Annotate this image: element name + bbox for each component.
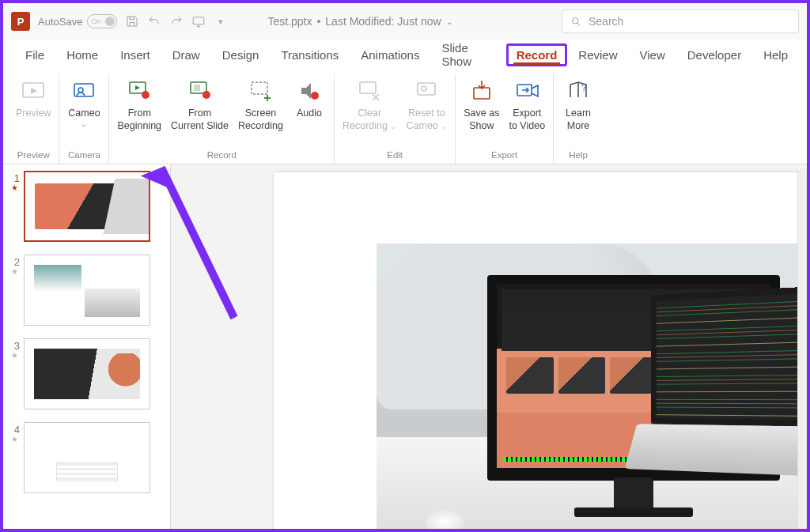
animation-star-icon: ★ (11, 353, 18, 358)
record-from-beginning-button[interactable]: From Beginning (112, 74, 166, 132)
tab-file[interactable]: File (14, 43, 55, 66)
slide-thumbnail-2[interactable] (24, 255, 150, 326)
export-to-video-button[interactable]: Export to Video (504, 74, 550, 132)
audio-button[interactable]: Audio (288, 74, 331, 120)
workspace: 1 ★ 2 ★ 3 ★ 4 ★ (3, 164, 807, 529)
save-as-show-icon (468, 77, 495, 104)
search-icon (570, 16, 582, 28)
qat-overflow-icon[interactable]: ▾ (214, 14, 228, 28)
thumbnail-row[interactable]: 4 ★ (5, 422, 168, 493)
group-record: From Beginning From Current Slide Screen… (109, 74, 335, 164)
tab-animations[interactable]: Animations (350, 43, 430, 66)
svg-point-7 (142, 91, 150, 99)
animation-star-icon: ★ (11, 270, 18, 274)
record-from-beginning-icon (126, 77, 153, 104)
redo-icon[interactable] (169, 14, 184, 28)
ribbon-tabs: File Home Insert Draw Design Transitions… (3, 40, 807, 70)
slide-canvas[interactable] (274, 172, 807, 529)
tab-help[interactable]: Help (752, 43, 799, 66)
last-modified-label: Last Modified: Just now (325, 15, 441, 28)
search-placeholder: Search (589, 15, 623, 28)
svg-marker-3 (31, 88, 37, 94)
undo-icon[interactable] (147, 14, 161, 28)
tab-home[interactable]: Home (55, 43, 109, 66)
record-from-current-icon (187, 77, 214, 104)
slide-thumbnail-3[interactable] (24, 338, 150, 409)
svg-rect-12 (252, 82, 267, 94)
tab-view[interactable]: View (629, 43, 676, 66)
clear-recording-button[interactable]: Clear Recording ⌄ (338, 74, 401, 132)
tab-review[interactable]: Review (567, 43, 628, 66)
slide-image (377, 243, 807, 529)
thumbnail-row[interactable]: 3 ★ (5, 338, 168, 409)
chevron-down-icon: ⌄ (446, 17, 452, 26)
clear-recording-icon (356, 77, 383, 104)
slide-thumbnail-1[interactable] (24, 171, 150, 242)
vertical-scrollbar[interactable] (797, 171, 808, 529)
tab-transitions[interactable]: Transitions (270, 43, 350, 66)
group-preview: Preview Preview (8, 74, 59, 164)
search-input[interactable]: Search (562, 9, 799, 33)
tab-insert[interactable]: Insert (109, 43, 161, 66)
tab-draw[interactable]: Draw (161, 43, 211, 66)
svg-marker-8 (135, 85, 140, 90)
cameo-icon (70, 77, 97, 104)
ribbon: Preview Preview Cameo ⌄ Camera From Begi (3, 70, 807, 164)
group-label-export: Export (459, 148, 550, 164)
svg-rect-11 (194, 85, 200, 91)
svg-marker-15 (301, 83, 311, 99)
slide-thumbnail-4[interactable] (24, 422, 150, 493)
save-icon[interactable] (125, 14, 139, 28)
svg-point-16 (311, 92, 319, 100)
group-camera: Cameo ⌄ Camera (59, 74, 109, 164)
preview-icon (20, 77, 47, 104)
group-label-record: Record (112, 148, 331, 164)
autosave-label: AutoSave (38, 16, 82, 28)
group-export: Save as Show Export to Video Export (456, 74, 554, 164)
animation-star-icon: ★ (11, 437, 18, 442)
tab-design[interactable]: Design (211, 43, 271, 66)
slide-canvas-area[interactable] (171, 164, 807, 529)
screen-recording-icon (248, 77, 274, 104)
svg-point-1 (573, 17, 579, 24)
save-as-show-button[interactable]: Save as Show (459, 74, 504, 132)
svg-text:?: ? (581, 82, 587, 93)
reset-to-cameo-button[interactable]: Reset to Cameo ⌄ (401, 74, 452, 132)
present-icon[interactable] (191, 14, 206, 28)
slide-number: 3 (9, 338, 20, 352)
screen-recording-button[interactable]: Screen Recording (233, 74, 288, 132)
learn-more-button[interactable]: ? Learn More (557, 74, 600, 132)
svg-point-21 (422, 86, 426, 91)
svg-point-5 (78, 88, 83, 92)
filename-label: Test.pptx (267, 15, 312, 28)
tab-developer[interactable]: Developer (676, 43, 752, 66)
preview-button[interactable]: Preview (11, 74, 55, 120)
group-edit: Clear Recording ⌄ Reset to Cameo ⌄ Edit (335, 74, 456, 164)
cameo-button[interactable]: Cameo ⌄ (62, 74, 105, 126)
powerpoint-logo-icon: P (11, 12, 30, 31)
thumbnail-row[interactable]: 2 ★ (5, 255, 168, 326)
chevron-down-icon: ⌄ (390, 123, 396, 130)
svg-rect-17 (360, 82, 376, 93)
export-video-icon (513, 77, 540, 104)
slide-number: 2 (9, 255, 20, 268)
thumbnail-row[interactable]: 1 ★ (5, 171, 168, 242)
tab-record[interactable]: Record (506, 43, 568, 66)
record-from-current-button[interactable]: From Current Slide (166, 74, 233, 132)
autosave-toggle[interactable]: On (87, 14, 117, 28)
group-label-edit: Edit (338, 148, 452, 164)
slide-thumbnails-panel[interactable]: 1 ★ 2 ★ 3 ★ 4 ★ (3, 164, 171, 529)
audio-icon (296, 77, 323, 104)
svg-rect-0 (194, 17, 205, 25)
animation-star-icon: ★ (11, 186, 18, 191)
svg-point-10 (202, 91, 210, 99)
chevron-down-icon: ⌄ (81, 122, 87, 126)
group-help: ? Learn More Help (554, 74, 603, 164)
autosave-control[interactable]: AutoSave On (38, 14, 117, 28)
group-label-preview: Preview (11, 148, 55, 164)
tab-slideshow[interactable]: Slide Show (430, 36, 505, 73)
slide-number: 1 (9, 171, 20, 184)
group-label-camera: Camera (62, 148, 105, 164)
chevron-down-icon: ⌄ (441, 123, 447, 130)
document-title[interactable]: Test.pptx • Last Modified: Just now ⌄ (267, 15, 452, 28)
